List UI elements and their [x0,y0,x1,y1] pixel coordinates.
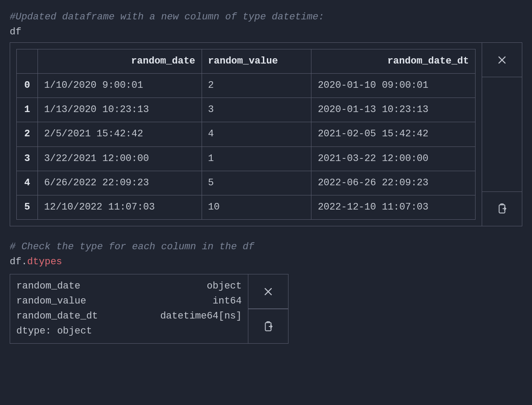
table-row: 512/10/2022 11:07:03102022-12-10 11:07:0… [17,195,476,219]
cell-random-date-dt: 2021-03-22 12:00:00 [311,146,476,171]
row-index: 2 [17,122,38,146]
cell-random-date: 1/10/2020 9:00:01 [38,74,202,98]
cell-random-date: 3/22/2021 12:00:00 [38,146,202,171]
cell-random-value: 3 [202,98,311,122]
output-2-container: random_dateobjectrandom_valueint64random… [10,274,288,344]
copy-output-2-button[interactable] [248,309,288,343]
cell-random-value: 4 [202,122,311,146]
code-line-2: df.dtypes [10,255,522,270]
output-1-main: random_date random_value random_date_dt … [10,43,482,226]
output-2-main: random_dateobjectrandom_valueint64random… [10,274,248,343]
table-header-row: random_date random_value random_date_dt [17,49,476,74]
table-row: 01/10/2020 9:00:0122020-01-10 09:00:01 [17,74,476,98]
close-output-button[interactable] [482,43,522,77]
table-header-random-date: random_date [38,49,202,74]
output-1-side [482,43,522,226]
row-index: 4 [17,171,38,195]
table-header-random-value: random_value [202,49,311,74]
clipboard-copy-icon [262,321,274,332]
table-row: 33/22/2021 12:00:0012021-03-22 12:00:00 [17,146,476,171]
cell-random-value: 10 [202,195,311,219]
dataframe-table: random_date random_value random_date_dt … [16,49,476,220]
cell-random-date-dt: 2022-06-26 22:09:23 [311,171,476,195]
dtype-name: random_date [16,279,118,294]
cell-random-date-dt: 2022-12-10 11:07:03 [311,195,476,219]
table-header-index [17,49,38,74]
table-row: 11/13/2020 10:23:1332020-01-13 10:23:13 [17,98,476,122]
table-row: 46/26/2022 22:09:2352022-06-26 22:09:23 [17,171,476,195]
dtype-type: datetime64[ns] [118,309,242,324]
cell-random-value: 5 [202,171,311,195]
copy-output-button[interactable] [482,191,522,226]
dtypes-summary: dtype: object [16,324,242,339]
table-body: 01/10/2020 9:00:0122020-01-10 09:00:0111… [17,74,476,220]
output-1-container: random_date random_value random_date_dt … [10,42,522,226]
cell-random-date: 6/26/2022 22:09:23 [38,171,202,195]
close-icon [497,55,507,65]
row-index: 5 [17,195,38,219]
code-comment-1: #Updated dataframe with a new column of … [10,10,522,25]
cell-random-date: 12/10/2022 11:07:03 [38,195,202,219]
cell-random-value: 1 [202,146,311,171]
dtype-name: random_value [16,294,118,309]
cell-random-date: 1/13/2020 10:23:13 [38,98,202,122]
code-line-1: df [10,25,522,40]
close-output-2-button[interactable] [248,274,288,309]
clipboard-copy-icon [496,203,508,214]
code-attr: dtypes [27,256,62,267]
cell-random-date: 2/5/2021 15:42:42 [38,122,202,146]
cell-random-date-dt: 2021-02-05 15:42:42 [311,122,476,146]
cell-random-value: 2 [202,74,311,98]
output-2-side [248,274,288,343]
dtype-type: object [118,279,242,294]
dtype-row: random_valueint64 [16,294,242,309]
dtype-row: random_dateobject [16,279,242,294]
dtype-name: random_date_dt [16,309,118,324]
code-prefix: df. [10,256,27,267]
close-icon [263,286,273,297]
table-row: 22/5/2021 15:42:4242021-02-05 15:42:42 [17,122,476,146]
cell-random-date-dt: 2020-01-13 10:23:13 [311,98,476,122]
row-index: 0 [17,74,38,98]
dtype-row: random_date_dtdatetime64[ns] [16,309,242,324]
dtype-type: int64 [118,294,242,309]
code-comment-2: # Check the type for each column in the … [10,240,522,255]
row-index: 1 [17,98,38,122]
cell-random-date-dt: 2020-01-10 09:00:01 [311,74,476,98]
table-header-random-date-dt: random_date_dt [311,49,476,74]
row-index: 3 [17,146,38,171]
dtypes-list: random_dateobjectrandom_valueint64random… [16,279,242,324]
